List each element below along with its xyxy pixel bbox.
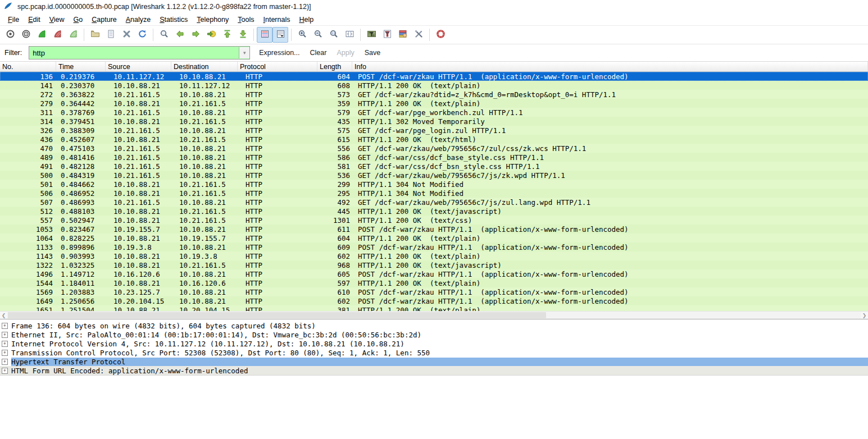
capture-filters-button[interactable] [363,27,379,43]
column-header-info[interactable]: Info [352,62,868,71]
colorize-packets-button[interactable] [257,27,272,43]
resize-columns-button[interactable] [342,27,357,43]
find-packet-button[interactable] [156,27,172,43]
list-interfaces-button[interactable] [2,27,18,43]
coloring-rules-button[interactable] [395,27,411,43]
auto-scroll-button[interactable] [272,27,288,43]
cell-info: POST /dcf-war/zkau HTTP/1.1 (application… [352,72,868,81]
packet-row-314[interactable]: 3140.37945110.10.88.2110.21.161.5HTTP435… [0,117,868,126]
restart-capture-button[interactable] [65,27,81,43]
auto-scroll-icon [276,29,285,40]
cell-src: 10.10.88.21 [106,306,171,312]
packet-row-1544[interactable]: 15441.18401110.10.88.2110.16.120.6HTTP59… [0,278,868,287]
scroll-right-icon[interactable]: ❯ [861,312,868,319]
expander-plus-icon[interactable]: + [2,332,8,338]
expander-plus-icon[interactable]: + [2,350,8,356]
detail-row-2[interactable]: +Internet Protocol Version 4, Src: 10.11… [0,339,868,348]
column-header-length[interactable]: Length [317,62,352,71]
packet-row-1569[interactable]: 15691.20388310.23.125.710.10.88.21HTTP61… [0,287,868,296]
menu-telephony[interactable]: Telephony [192,15,233,25]
menu-capture[interactable]: Capture [87,15,121,25]
cell-info: HTTP/1.1 200 OK (text/javascript) [352,207,868,216]
reload-file-button[interactable] [134,27,150,43]
clear-button[interactable]: Clear [307,47,330,58]
apply-button[interactable]: Apply [333,47,357,58]
packet-row-326[interactable]: 3260.38830910.21.161.510.10.88.21HTTP575… [0,126,868,135]
filter-dropdown-icon[interactable]: ▾ [239,47,249,58]
detail-row-0[interactable]: +Frame 136: 604 bytes on wire (4832 bits… [0,321,868,330]
packet-row-1053[interactable]: 10530.82346710.19.155.710.10.88.21HTTP61… [0,225,868,234]
packet-row-489[interactable]: 4890.48141610.21.161.510.10.88.21HTTP586… [0,153,868,162]
packet-row-141[interactable]: 1410.23037010.10.88.2110.11.127.12HTTP60… [0,81,868,90]
packet-row-1064[interactable]: 10640.82822510.10.88.2110.19.155.7HTTP60… [0,234,868,243]
column-header-destination[interactable]: Destination [171,62,238,71]
packet-row-272[interactable]: 2720.36382210.21.161.510.10.88.21HTTP573… [0,90,868,99]
menu-file[interactable]: File [3,15,24,25]
menu-statistics[interactable]: Statistics [155,15,192,25]
packet-row-136[interactable]: 1360.21937610.11.127.1210.10.88.21HTTP60… [0,72,868,81]
menu-edit[interactable]: Edit [24,15,45,25]
open-file-button[interactable] [87,27,103,43]
column-header-protocol[interactable]: Protocol [238,62,317,71]
detail-row-3[interactable]: +Transmission Control Protocol, Src Port… [0,348,868,357]
zoom-normal-button[interactable]: 1:1 [326,27,342,43]
packet-row-436[interactable]: 4360.45260710.10.88.2110.21.161.5HTTP615… [0,135,868,144]
packet-row-501[interactable]: 5010.48466210.10.88.2110.21.161.5HTTP299… [0,180,868,189]
packet-row-512[interactable]: 5120.48810310.10.88.2110.21.161.5HTTP445… [0,207,868,216]
packet-row-491[interactable]: 4910.48212810.21.161.510.10.88.21HTTP581… [0,162,868,171]
restart-capture-icon [69,29,78,40]
packet-row-1651[interactable]: 16511.25150410.10.88.2110.20.104.15HTTP3… [0,305,868,311]
menu-tools[interactable]: Tools [233,15,258,25]
zoom-in-button[interactable] [294,27,310,43]
menu-view[interactable]: View [45,15,69,25]
expander-plus-icon[interactable]: + [2,341,8,347]
cell-time: 0.484319 [56,171,106,180]
go-forward-button[interactable] [188,27,203,43]
packet-row-506[interactable]: 5060.48695210.10.88.2110.21.161.5HTTP295… [0,189,868,198]
expander-plus-icon[interactable]: + [2,368,8,374]
expander-plus-icon[interactable]: + [2,323,8,329]
expression-button[interactable]: Expression... [256,47,303,58]
scrollbar-thumb[interactable] [8,312,546,318]
go-to-packet-button[interactable] [203,27,219,43]
column-header-source[interactable]: Source [106,62,171,71]
go-to-first-button[interactable] [219,27,235,43]
detail-row-4[interactable]: +Hypertext Transfer Protocol [0,357,868,366]
packet-row-311[interactable]: 3110.37876910.21.161.510.10.88.21HTTP579… [0,108,868,117]
detail-row-5[interactable]: +HTML Form URL Encoded: application/x-ww… [0,366,868,375]
packet-row-470[interactable]: 4700.47510310.21.161.510.10.88.21HTTP556… [0,144,868,153]
start-capture-button[interactable] [34,27,49,43]
packet-row-557[interactable]: 5570.50294710.10.88.2110.21.161.5HTTP130… [0,216,868,225]
menu-analyze[interactable]: Analyze [121,15,155,25]
menu-internals[interactable]: Internals [258,15,294,25]
menu-go[interactable]: Go [69,15,88,25]
packet-row-1496[interactable]: 14961.14971210.16.120.610.10.88.21HTTP60… [0,269,868,278]
preferences-button[interactable] [411,27,426,43]
packet-row-1322[interactable]: 13221.03232510.10.88.2110.21.161.5HTTP96… [0,260,868,269]
column-header-time[interactable]: Time [56,62,106,71]
save-button[interactable]: Save [361,47,384,58]
go-to-last-button[interactable] [235,27,251,43]
packet-row-1649[interactable]: 16491.25065610.20.104.1510.10.88.21HTTP6… [0,296,868,305]
stop-capture-button[interactable] [49,27,65,43]
cell-no: 1053 [0,225,56,234]
save-file-button[interactable] [103,27,119,43]
packet-row-1133[interactable]: 11330.89989610.19.3.810.10.88.21HTTP609P… [0,243,868,251]
column-header-no[interactable]: No. [0,62,56,71]
packet-row-279[interactable]: 2790.36444210.10.88.2110.21.161.5HTTP359… [0,99,868,108]
scroll-left-icon[interactable]: ❮ [0,312,7,319]
display-filters-button[interactable] [379,27,395,43]
packet-list-hscrollbar[interactable]: ❮ ❯ [0,311,868,319]
menu-help[interactable]: Help [294,15,318,25]
help-button[interactable] [433,27,448,43]
filter-input[interactable] [29,46,239,60]
packet-row-500[interactable]: 5000.48431910.21.161.510.10.88.21HTTP536… [0,171,868,180]
go-back-button[interactable] [172,27,188,43]
zoom-out-button[interactable] [310,27,326,43]
expander-plus-icon[interactable]: + [2,359,8,365]
detail-row-1[interactable]: +Ethernet II, Src: PaloAlto_00:01:14 (00… [0,330,868,339]
close-file-button[interactable] [119,27,134,43]
capture-options-button[interactable] [18,27,34,43]
packet-row-1143[interactable]: 11430.90399310.10.88.2110.19.3.8HTTP602H… [0,251,868,260]
packet-row-507[interactable]: 5070.48699310.21.161.510.10.88.21HTTP492… [0,198,868,207]
